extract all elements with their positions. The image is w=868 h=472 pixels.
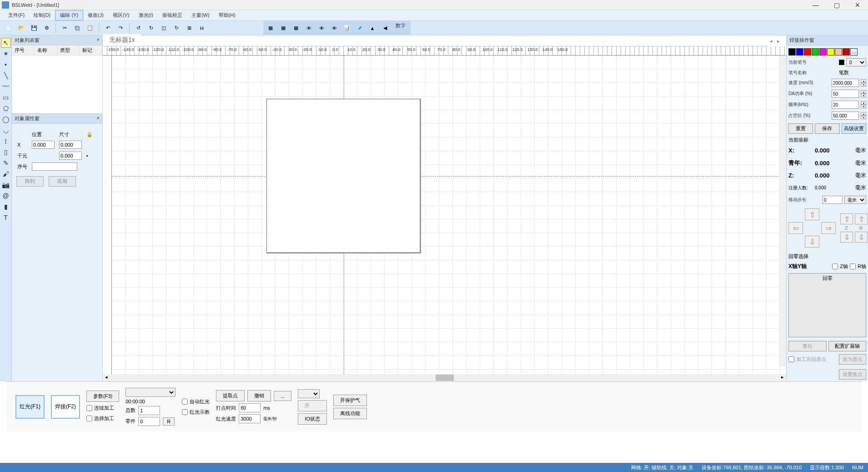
reset-count-button[interactable]: R (163, 417, 175, 426)
speed-input[interactable] (832, 79, 859, 87)
r-down-button[interactable]: ⇩ (855, 232, 868, 243)
toolbar-icon[interactable]: ⊞ (183, 22, 195, 34)
total-input[interactable] (138, 406, 160, 415)
horizontal-scrollbar[interactable]: ◂ ▸ (103, 374, 786, 381)
z-up-button[interactable]: ⇧ (840, 213, 853, 224)
node-tool-icon[interactable]: ✶ (1, 49, 11, 59)
jog-left-button[interactable]: ⇦ (788, 222, 803, 234)
point-tool-icon[interactable]: • (1, 60, 11, 70)
color-swatch[interactable] (843, 48, 850, 56)
more-colors-button[interactable]: … (850, 48, 858, 56)
new-file-icon[interactable]: 📄 (3, 22, 15, 34)
r-axis-checkbox[interactable] (850, 264, 856, 269)
preset-select[interactable] (125, 388, 176, 397)
save-icon[interactable]: 💾 (28, 22, 40, 34)
lock-icon[interactable]: 🔒 (86, 132, 93, 137)
array-button[interactable]: 阵列 (16, 176, 44, 187)
color-swatch[interactable] (796, 48, 803, 56)
menu-modify[interactable]: 修改(J) (83, 10, 108, 20)
camera-tool-icon[interactable]: 📷 (1, 180, 11, 190)
freq-input[interactable] (832, 101, 859, 109)
select-tool-icon[interactable]: ↖ (1, 38, 11, 48)
open-button[interactable]: 开 (298, 400, 327, 411)
fill-tool-icon[interactable]: ▮ (1, 202, 11, 212)
set-focus-button[interactable]: 设置焦点 (839, 369, 866, 380)
view-icon[interactable]: ▦ (277, 22, 289, 34)
red-teach-checkbox[interactable] (182, 409, 188, 415)
save-button[interactable]: 保存 (815, 123, 839, 134)
auto-red-checkbox[interactable] (182, 399, 188, 405)
minimize-button[interactable]: — (805, 0, 826, 10)
duty-spinner[interactable]: ▴▾ (861, 112, 866, 119)
view-icon[interactable]: ▦ (265, 22, 276, 34)
panel-close-icon[interactable]: × (97, 37, 100, 44)
x-pos-input[interactable] (32, 141, 55, 149)
seq-input[interactable] (32, 162, 77, 171)
pencil-tool-icon[interactable]: ✎ (1, 158, 11, 168)
tab-prev-icon[interactable]: ◂ (770, 38, 776, 44)
selection-checkbox[interactable] (86, 416, 92, 421)
menu-edit[interactable]: 编辑 (Y) (55, 10, 83, 20)
duty-input[interactable] (832, 112, 859, 120)
advanced-button[interactable]: 高级设置 (842, 123, 866, 134)
settings-icon[interactable]: ⚙ (41, 22, 53, 34)
cursor-icon[interactable]: ⬈ (354, 22, 366, 34)
menu-window[interactable]: 主窗(W) (187, 10, 214, 20)
col-seq[interactable]: 序号 (12, 46, 35, 55)
toolbar-icon[interactable]: ◫ (158, 22, 170, 34)
col-mark[interactable]: 标记 (80, 46, 102, 55)
menu-help[interactable]: 帮助(H) (214, 10, 240, 20)
toolbar-icon[interactable]: H (196, 22, 208, 34)
paste-icon[interactable]: 📋 (84, 22, 96, 34)
col-name[interactable]: 名称 (35, 46, 57, 55)
measure-tool-icon[interactable]: ⟟ (1, 136, 11, 146)
rotate-left-icon[interactable]: ↺ (132, 22, 144, 34)
eye-icon[interactable]: 👁 (316, 22, 327, 34)
z-down-button[interactable]: ⇩ (840, 232, 853, 243)
undo-point-button[interactable]: 撤销 (247, 390, 271, 401)
red-speed-input[interactable] (239, 414, 261, 423)
link-icon[interactable]: ▪ (86, 153, 88, 158)
x-size-input[interactable] (59, 141, 82, 149)
param-button[interactable]: 参数(F3) (86, 391, 119, 402)
line-tool-icon[interactable]: ╲ (1, 71, 11, 81)
menu-laser[interactable]: 激光(I) (134, 10, 158, 20)
pen-select[interactable]: 0 (846, 58, 866, 66)
color-swatch[interactable] (819, 48, 827, 56)
arc-tool-icon[interactable]: ◡ (1, 125, 11, 135)
sound-icon[interactable]: ◀ (379, 22, 391, 34)
toolbar-icon[interactable]: ↻ (171, 22, 182, 34)
gas-button[interactable]: 开保护气 (333, 395, 367, 406)
ruler-tool-icon[interactable]: ▯ (1, 147, 11, 157)
polygon-tool-icon[interactable]: ⬠ (1, 103, 11, 113)
eye-icon[interactable]: 👁 (303, 22, 315, 34)
rect-tool-icon[interactable]: ▭ (1, 92, 11, 102)
close-button[interactable]: ✕ (847, 0, 868, 10)
menu-draw[interactable]: 绘制(D) (29, 10, 55, 20)
jog-right-button[interactable]: ⇨ (821, 222, 836, 234)
redo-icon[interactable]: ↷ (115, 22, 126, 34)
continuous-checkbox[interactable] (86, 405, 92, 411)
document-tab[interactable]: 无标题1x (103, 34, 141, 46)
color-swatch[interactable] (812, 48, 819, 56)
apply-button[interactable]: 应用 (49, 176, 76, 187)
power-spinner[interactable]: ▴▾ (861, 90, 866, 97)
copy-icon[interactable]: ⿻ (71, 22, 83, 34)
dot-time-input[interactable] (239, 403, 261, 412)
return-origin-checkbox[interactable] (788, 356, 794, 362)
text-tool-icon[interactable]: T (1, 213, 11, 223)
menu-galvo[interactable]: 振镜校正 (158, 10, 187, 20)
rotate-right-icon[interactable]: ↻ (145, 22, 157, 34)
config-ext-axis-button[interactable]: 配置扩展轴 (828, 341, 867, 351)
red-light-button[interactable]: 红光(F1) (15, 395, 45, 419)
color-swatch[interactable] (835, 48, 842, 56)
open-file-icon[interactable]: 📂 (15, 22, 27, 34)
curve-tool-icon[interactable]: 〰 (1, 81, 11, 91)
offline-button[interactable]: 离线功能 (333, 408, 367, 419)
menu-file[interactable]: 文件(F) (4, 10, 29, 20)
parts-input[interactable] (138, 417, 160, 426)
undo-icon[interactable]: ↶ (102, 22, 114, 34)
col-type[interactable]: 类型 (57, 46, 80, 55)
z-axis-checkbox[interactable] (832, 264, 838, 269)
weld-button[interactable]: 焊接(F2) (51, 395, 80, 419)
